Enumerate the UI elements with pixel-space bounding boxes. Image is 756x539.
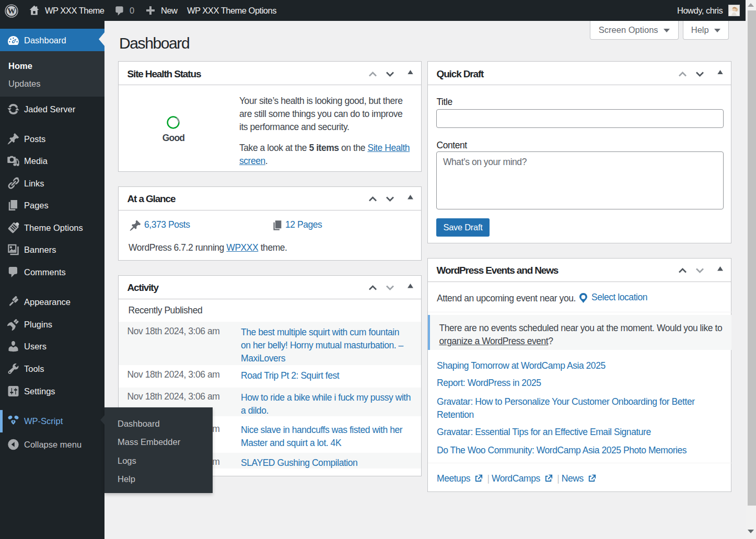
svg-text:W: W (7, 6, 16, 15)
